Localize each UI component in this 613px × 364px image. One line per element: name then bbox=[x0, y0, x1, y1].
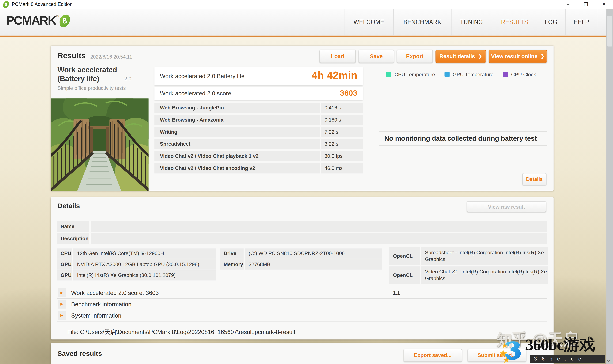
details-button[interactable]: Details bbox=[522, 173, 546, 185]
expander-arrow-icon[interactable]: ▶ bbox=[58, 311, 66, 320]
metric-value: 7.22 s bbox=[321, 127, 363, 137]
results-panel: Results 2022/8/16 20:54:11 Load Save Exp… bbox=[51, 46, 553, 191]
metric-value: 46.0 ms bbox=[321, 163, 363, 174]
score-value: 3603 bbox=[340, 89, 357, 98]
result-file-path: File: C:\Users\天启\Documents\PCMark 8\Log… bbox=[57, 326, 547, 338]
leaf-8-icon: 8 bbox=[59, 14, 71, 27]
pcmark8-window: 8 PCMark 8 Advanced Edition – ❐ ✕ PCMARK… bbox=[0, 0, 613, 364]
legend-label: CPU Temperature bbox=[394, 71, 435, 77]
expander-label: System information bbox=[71, 310, 121, 321]
close-icon[interactable]: ✕ bbox=[595, 0, 613, 9]
main-nav: WELCOME BENCHMARK TUNING RESULTS LOG HEL… bbox=[344, 9, 597, 36]
gpu-label: GPU bbox=[57, 259, 72, 270]
legend-label: GPU Temperature bbox=[453, 71, 493, 77]
expander-arrow-icon[interactable]: ▶ bbox=[58, 288, 66, 297]
nav-results[interactable]: RESULTS bbox=[492, 9, 537, 36]
score-label: Work accelerated 2.0 score bbox=[160, 90, 231, 96]
pcmark-logo: PCMARK® 8 bbox=[6, 14, 70, 28]
app-header: PCMARK® 8 WELCOME BENCHMARK TUNING RESUL… bbox=[0, 9, 613, 37]
cpu-value: 12th Gen Intel(R) Core(TM) i9-12900H bbox=[73, 248, 216, 259]
test-subtitle: Simple office productivity tests bbox=[57, 85, 126, 91]
metric-value: 3.22 s bbox=[321, 139, 363, 149]
nav-help-label: HELP bbox=[573, 18, 589, 26]
score-panel: Work accelerated 2.0 Battery life 4h 42m… bbox=[154, 67, 363, 175]
vertical-scrollbar[interactable] bbox=[606, 9, 613, 364]
bridge-photo bbox=[51, 98, 148, 191]
name-field-label: Name bbox=[57, 221, 89, 232]
metric-value: 0.180 s bbox=[321, 115, 363, 125]
gpu-value: NVIDIA RTX A3000 12GB Laptop GPU (30.0.1… bbox=[73, 259, 216, 270]
nav-results-label: RESULTS bbox=[501, 18, 528, 26]
restore-icon[interactable]: ❐ bbox=[577, 0, 595, 9]
registered-mark: ® bbox=[56, 14, 59, 18]
battery-life-value: 4h 42min bbox=[312, 70, 358, 82]
opencl2-value: Video Chat v2 - Intel(R) Corporation Int… bbox=[421, 266, 548, 284]
drive-spec-row: Drive (C:) WD PC SN810 SDCPNRZ-2T00-1006 bbox=[220, 248, 382, 259]
expander-benchmark-information[interactable]: ▶ Benchmark information bbox=[57, 299, 547, 310]
nav-tuning[interactable]: TUNING bbox=[451, 9, 492, 36]
nav-log[interactable]: LOG bbox=[537, 9, 565, 36]
monitoring-legend: CPU Temperature GPU Temperature CPU Cloc… bbox=[386, 71, 536, 77]
nav-help[interactable]: HELP bbox=[565, 9, 597, 36]
opencl-spec-row: OpenCL 1.1 Spreadsheet - Intel(R) Corpor… bbox=[389, 247, 548, 265]
submit-saved-button[interactable]: Submit saved... bbox=[467, 349, 526, 362]
metric-name: Video Chat v2 / Video Chat playback 1 v2 bbox=[154, 151, 320, 161]
app-leaf-icon: 8 bbox=[3, 1, 9, 8]
battery-life-row: Work accelerated 2.0 Battery life 4h 42m… bbox=[154, 67, 363, 85]
score-row: Work accelerated 2.0 score 3603 bbox=[154, 87, 363, 100]
name-field-value[interactable] bbox=[91, 221, 547, 232]
details-panel: Details View raw result Name Description… bbox=[51, 197, 553, 339]
minimize-icon[interactable]: – bbox=[559, 0, 577, 9]
memory-spec-row: Memory 32768MB bbox=[220, 259, 382, 270]
expander-score[interactable]: ▶ Work accelerated 2.0 score: 3603 bbox=[57, 287, 547, 299]
view-raw-result-button[interactable]: View raw result bbox=[467, 201, 546, 212]
gpu2-value: Intel(R) Iris(R) Xe Graphics (30.0.101.2… bbox=[73, 270, 216, 281]
load-button[interactable]: Load bbox=[320, 50, 356, 63]
nav-benchmark[interactable]: BENCHMARK bbox=[393, 9, 451, 36]
metric-name: Web Browsing - JunglePin bbox=[154, 103, 320, 113]
nav-welcome-label: WELCOME bbox=[354, 18, 384, 26]
cpu-label: CPU bbox=[57, 248, 72, 259]
opencl-label: OpenCL 1.1 bbox=[389, 247, 420, 265]
expander-label: Benchmark information bbox=[71, 299, 132, 309]
metric-row: Web Browsing - JunglePin 0.416 s bbox=[154, 103, 363, 113]
expander-arrow-icon[interactable]: ▶ bbox=[58, 299, 66, 309]
expander-label: Work accelerated 2.0 score: 3603 bbox=[71, 287, 159, 298]
nav-log-label: LOG bbox=[545, 18, 558, 26]
saved-results-title: Saved results bbox=[57, 350, 102, 358]
metric-name: Writing bbox=[154, 127, 320, 137]
cpu-clock-swatch bbox=[503, 72, 508, 77]
name-field-row: Name bbox=[57, 221, 547, 232]
legend-cpu-clock: CPU Clock bbox=[503, 71, 536, 77]
opencl-value: Spreadsheet - Intel(R) Corporation Intel… bbox=[421, 247, 548, 265]
scrollbar-thumb[interactable] bbox=[607, 16, 612, 46]
results-title: Results bbox=[57, 51, 86, 60]
nav-welcome[interactable]: WELCOME bbox=[344, 9, 393, 36]
expander-system-information[interactable]: ▶ System information bbox=[57, 310, 547, 321]
metric-row: Web Browsing - Amazonia 0.180 s bbox=[154, 115, 363, 125]
metric-name: Spreadsheet bbox=[154, 139, 320, 149]
test-name: Work accelerated (Battery life) bbox=[57, 65, 126, 83]
gpu2-label: GPU bbox=[57, 270, 72, 281]
description-field-label: Description bbox=[57, 233, 89, 244]
results-timestamp: 2022/8/16 20:54:11 bbox=[90, 54, 132, 60]
divider bbox=[379, 145, 547, 146]
legend-label: CPU Clock bbox=[511, 71, 536, 77]
legend-cpu-temperature: CPU Temperature bbox=[386, 71, 435, 77]
divider bbox=[379, 131, 547, 132]
metric-name: Web Browsing - Amazonia bbox=[154, 115, 320, 125]
saved-results-panel: Saved results Export saved... Submit sav… bbox=[51, 343, 553, 364]
cpu-spec-row: CPU 12th Gen Intel(R) Core(TM) i9-12900H bbox=[57, 248, 216, 259]
drive-value: (C:) WD PC SN810 SDCPNRZ-2T00-1006 bbox=[245, 248, 382, 259]
expander-list: ▶ Work accelerated 2.0 score: 3603 ▶ Ben… bbox=[57, 287, 547, 337]
metric-row: Writing 7.22 s bbox=[154, 127, 363, 137]
memory-label: Memory bbox=[220, 259, 244, 270]
details-title: Details bbox=[57, 202, 80, 210]
gpu2-spec-row: GPU Intel(R) Iris(R) Xe Graphics (30.0.1… bbox=[57, 270, 216, 281]
metric-name: Video Chat v2 / Video Chat encoding v2 bbox=[154, 163, 320, 174]
drive-label: Drive bbox=[220, 248, 244, 259]
export-saved-button[interactable]: Export saved... bbox=[403, 349, 462, 362]
description-field-value[interactable] bbox=[91, 233, 547, 244]
nav-benchmark-label: BENCHMARK bbox=[404, 18, 441, 26]
memory-value: 32768MB bbox=[245, 259, 382, 270]
